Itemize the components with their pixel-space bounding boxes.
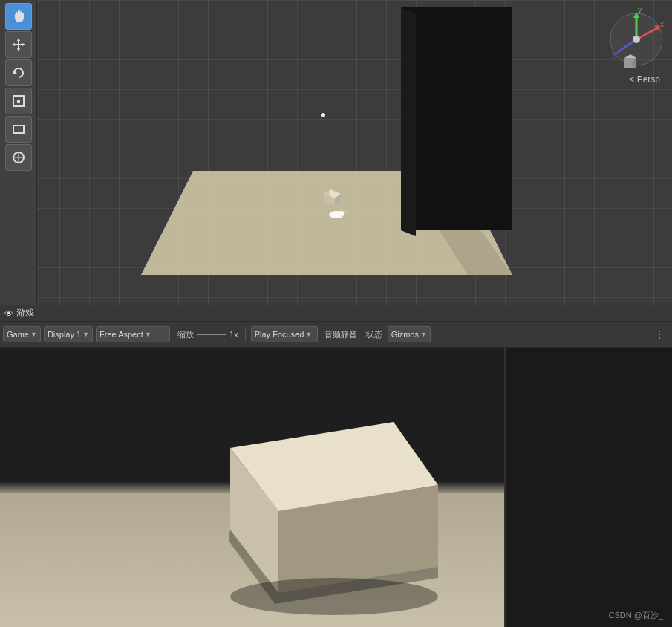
game-view-title: 游戏 (16, 307, 34, 319)
svg-point-46 (230, 578, 438, 615)
scene-gizmo[interactable]: y z x (599, 6, 666, 73)
mute-label: 音频静音 (324, 329, 357, 340)
svg-rect-8 (17, 100, 20, 103)
play-focused-dropdown[interactable]: Play Focused ▼ (251, 326, 318, 342)
game-dropdown-arrow: ▼ (30, 331, 37, 338)
svg-point-24 (321, 113, 325, 117)
svg-point-35 (633, 36, 640, 43)
rotate-tool-button[interactable] (5, 59, 32, 86)
free-aspect-dropdown-arrow: ▼ (145, 331, 151, 338)
display1-dropdown[interactable]: Display 1 ▼ (44, 326, 93, 342)
stats-button[interactable]: 状态 (362, 326, 386, 342)
svg-text:x: x (660, 20, 664, 28)
toolbar-separator-1 (245, 327, 246, 342)
game-view-icon: 👁 (4, 308, 13, 319)
more-options-button[interactable]: ⋮ (650, 328, 669, 340)
play-focused-dropdown-arrow: ▼ (305, 331, 312, 338)
svg-marker-47 (505, 348, 672, 627)
mute-audio-button[interactable]: 音频静音 (321, 326, 361, 342)
gizmos-dropdown[interactable]: Gizmos ▼ (388, 326, 431, 342)
display1-label: Display 1 (48, 330, 81, 339)
scale-value: 1x (229, 330, 238, 339)
svg-marker-4 (12, 43, 15, 46)
game-toolbar-title-row: 👁 游戏 (0, 305, 672, 322)
zoom-control: 缩放 1x (174, 329, 241, 340)
free-aspect-label: Free Aspect (100, 330, 143, 339)
game-view: CSDN @百沙_ (0, 348, 672, 627)
play-focused-label: Play Focused (255, 330, 304, 339)
svg-marker-16 (401, 7, 416, 236)
scene-toolbar (0, 0, 37, 305)
svg-marker-3 (17, 48, 20, 51)
scale-tool-button[interactable] (5, 88, 32, 114)
display1-dropdown-arrow: ▼ (82, 331, 89, 338)
watermark: CSDN @百沙_ (608, 610, 663, 621)
scene-view: y z x < Persp (0, 0, 672, 305)
rect-tool-button[interactable] (5, 116, 32, 143)
svg-rect-9 (13, 126, 24, 133)
svg-marker-5 (22, 43, 25, 46)
svg-marker-2 (17, 38, 20, 41)
hand-tool-button[interactable] (5, 3, 32, 30)
svg-text:y: y (638, 6, 642, 14)
svg-marker-15 (401, 7, 512, 230)
svg-text:z: z (612, 51, 616, 59)
scale-text: 缩放 (177, 329, 194, 340)
gizmos-dropdown-arrow: ▼ (420, 331, 427, 338)
gizmos-label: Gizmos (391, 330, 419, 339)
game-toolbar-controls: Game ▼ Display 1 ▼ Free Aspect ▼ 缩放 1x P… (0, 322, 672, 347)
stats-label: 状态 (366, 329, 382, 340)
move-tool-button[interactable] (5, 31, 32, 58)
game-toolbar: 👁 游戏 Game ▼ Display 1 ▼ Free Aspect ▼ 缩放… (0, 305, 672, 348)
game-label: Game (7, 330, 29, 339)
game-dropdown[interactable]: Game ▼ (3, 326, 41, 342)
free-aspect-dropdown[interactable]: Free Aspect ▼ (96, 326, 170, 342)
scene-3d-content: y z x < Persp (37, 0, 672, 305)
zoom-slider[interactable] (197, 334, 226, 335)
scene-persp-label: < Persp (629, 74, 660, 85)
transform-tool-button[interactable] (5, 144, 32, 171)
